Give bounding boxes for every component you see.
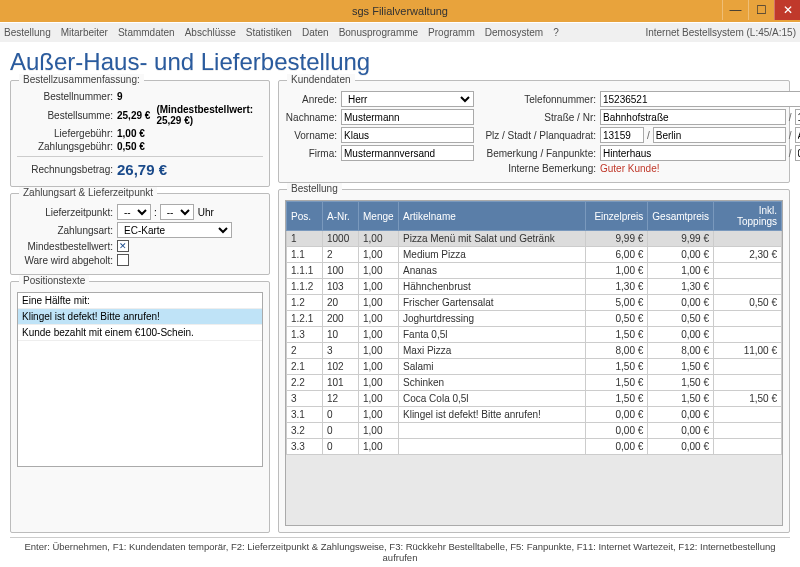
menu-item[interactable]: Programm [428,27,475,38]
menu-item[interactable]: Bonusprogramme [339,27,418,38]
page-title: Außer-Haus- und Lieferbestellung [10,48,790,76]
table-row[interactable]: 3.301,000,00 €0,00 € [287,439,782,455]
fanpoints-input[interactable] [795,145,800,161]
menu-item[interactable]: Mitarbeiter [61,27,108,38]
table-row[interactable]: 1.2201,00Frischer Gartensalat5,00 €0,00 … [287,295,782,311]
summary-legend: Bestellzusammenfassung: [19,74,144,85]
table-row[interactable]: 110001,00Pizza Menü mit Salat und Geträn… [287,231,782,247]
phone-input[interactable] [600,91,800,107]
order-panel: Bestellung Pos.A-Nr.MengeArtikelnameEinz… [278,189,790,533]
menu-items: BestellungMitarbeiterStammdatenAbschlüss… [4,27,569,38]
table-row[interactable]: 3.101,00Klingel ist defekt! Bitte anrufe… [287,407,782,423]
order-summary-panel: Bestellzusammenfassung: Bestellnummer:9 … [10,80,270,187]
surname-input[interactable] [341,109,474,125]
street-input[interactable] [600,109,786,125]
table-row[interactable]: 3121,00Coca Cola 0,5l1,50 €1,50 €1,50 € [287,391,782,407]
table-row[interactable]: 2.11021,00Salami1,50 €1,50 € [287,359,782,375]
remark-input[interactable] [600,145,786,161]
postext-legend: Positionstexte [19,275,89,286]
menu-item[interactable]: Demosystem [485,27,543,38]
maximize-button[interactable]: ☐ [748,0,774,20]
firstname-input[interactable] [341,127,474,143]
order-grid[interactable]: Pos.A-Nr.MengeArtikelnameEinzelpreisGesa… [285,200,783,526]
menu-item[interactable]: Statistiken [246,27,292,38]
delivery-hour-select[interactable]: -- [117,204,151,220]
internal-remark: Guter Kunde! [600,163,659,174]
list-item[interactable]: Eine Hälfte mit: [18,293,262,309]
minimize-button[interactable]: ― [722,0,748,20]
payment-panel: Zahlungsart & Lieferzeitpunkt Lieferzeit… [10,193,270,275]
order-table[interactable]: Pos.A-Nr.MengeArtikelnameEinzelpreisGesa… [286,201,782,455]
table-row[interactable]: 1.1.21031,00Hähnchenbrust1,30 €1,30 € [287,279,782,295]
status-text: Internet Bestellsystem (L:45/A:15) [645,27,796,38]
order-body: 110001,00Pizza Menü mit Salat und Geträn… [287,231,782,455]
table-row[interactable]: 1.121,00Medium Pizza6,00 €0,00 €2,30 € [287,247,782,263]
window-titlebar: sgs Filialverwaltung ― ☐ ✕ [0,0,800,22]
menu-item[interactable]: Bestellung [4,27,51,38]
company-input[interactable] [341,145,474,161]
close-button[interactable]: ✕ [774,0,800,20]
order-legend: Bestellung [287,183,342,194]
customer-panel: Kundendaten Anrede:Herr Nachname: Vornam… [278,80,790,183]
footer-hints: Enter: Übernehmen, F1: Kundendaten tempo… [10,537,790,563]
pos-text-panel: Positionstexte Eine Hälfte mit:Klingel i… [10,281,270,533]
zip-input[interactable] [600,127,644,143]
grid-input[interactable] [795,127,800,143]
payment-method-select[interactable]: EC-Karte [117,222,232,238]
table-row[interactable]: 1.2.12001,00Joghurtdressing0,50 €0,50 € [287,311,782,327]
menu-item[interactable]: Stammdaten [118,27,175,38]
menu-item[interactable]: Abschlüsse [185,27,236,38]
table-row[interactable]: 3.201,000,00 €0,00 € [287,423,782,439]
customer-legend: Kundendaten [287,74,355,85]
pickup-checkbox[interactable] [117,254,129,266]
table-row[interactable]: 1.3101,00Fanta 0,5l1,50 €0,00 € [287,327,782,343]
delivery-min-select[interactable]: -- [160,204,194,220]
window-title: sgs Filialverwaltung [352,5,448,17]
list-item[interactable]: Klingel ist defekt! Bitte anrufen! [18,309,262,325]
houseno-input[interactable] [795,109,800,125]
menu-item[interactable]: Daten [302,27,329,38]
table-row[interactable]: 2.21011,00Schinken1,50 €1,50 € [287,375,782,391]
pos-text-listbox[interactable]: Eine Hälfte mit:Klingel ist defekt! Bitt… [17,292,263,467]
city-input[interactable] [653,127,786,143]
menu-bar: BestellungMitarbeiterStammdatenAbschlüss… [0,22,800,42]
table-row[interactable]: 231,00Maxi Pizza8,00 €8,00 €11,00 € [287,343,782,359]
menu-item[interactable]: ? [553,27,559,38]
list-item[interactable]: Kunde bezahlt mit einem €100-Schein. [18,325,262,341]
order-header-row: Pos.A-Nr.MengeArtikelnameEinzelpreisGesa… [287,202,782,231]
payment-legend: Zahlungsart & Lieferzeitpunkt [19,187,157,198]
salutation-select[interactable]: Herr [341,91,474,107]
table-row[interactable]: 1.1.11001,00Ananas1,00 €1,00 € [287,263,782,279]
min-order-checkbox[interactable]: ✕ [117,240,129,252]
